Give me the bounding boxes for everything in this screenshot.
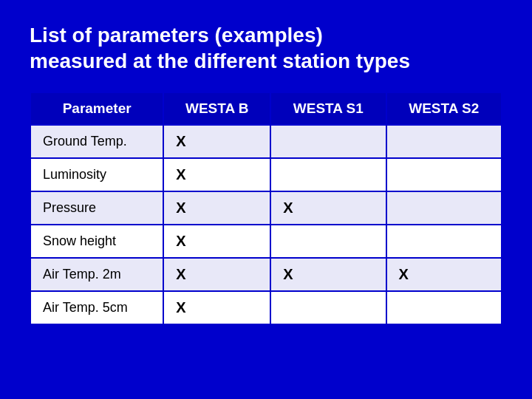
col-header-westa-s2: WESTA S2 (386, 92, 502, 125)
x-mark: X (176, 266, 185, 282)
col-header-westa-b: WESTA B (163, 92, 270, 125)
cell-value: X (163, 225, 270, 258)
col-header-parameter: Parameter (30, 92, 163, 125)
page-title: List of parameters (examples) measured a… (30, 22, 502, 74)
cell-value (386, 225, 502, 258)
cell-value: X (270, 258, 386, 291)
cell-parameter: Air Temp. 2m (30, 258, 163, 291)
cell-value: X (163, 191, 270, 225)
cell-parameter: Ground Temp. (30, 125, 163, 158)
cell-value (386, 291, 502, 324)
cell-value (270, 291, 386, 324)
cell-value (270, 125, 386, 158)
x-mark: X (176, 166, 185, 183)
table-row: PressureXX (30, 191, 502, 225)
cell-value (270, 158, 386, 191)
table-row: Air Temp. 2mXXX (30, 258, 502, 291)
table-row: LuminosityX (30, 158, 502, 191)
x-mark: X (283, 266, 293, 282)
table-row: Ground Temp.X (30, 125, 502, 158)
table-row: Air Temp. 5cmX (30, 291, 502, 324)
cell-parameter: Pressure (30, 191, 163, 225)
cell-value: X (163, 291, 270, 324)
cell-value: X (386, 258, 502, 291)
x-mark: X (176, 200, 185, 216)
x-mark: X (399, 266, 409, 282)
cell-value (386, 191, 502, 225)
cell-value: X (163, 158, 270, 191)
x-mark: X (176, 299, 185, 316)
cell-parameter: Snow height (30, 225, 163, 258)
table-row: Snow heightX (30, 225, 502, 258)
cell-value (270, 225, 386, 258)
x-mark: X (283, 200, 293, 216)
cell-parameter: Luminosity (30, 158, 163, 191)
cell-value: X (163, 258, 270, 291)
x-mark: X (176, 133, 185, 149)
cell-value: X (163, 125, 270, 158)
cell-value (386, 125, 502, 158)
page-content: List of parameters (examples) measured a… (30, 22, 502, 325)
col-header-westa-s1: WESTA S1 (270, 92, 386, 125)
cell-parameter: Air Temp. 5cm (30, 291, 163, 324)
table-header-row: Parameter WESTA B WESTA S1 WESTA S2 (30, 92, 502, 125)
parameters-table: Parameter WESTA B WESTA S1 WESTA S2 Grou… (30, 92, 502, 325)
x-mark: X (176, 233, 185, 249)
cell-value: X (270, 191, 386, 225)
cell-value (386, 158, 502, 191)
